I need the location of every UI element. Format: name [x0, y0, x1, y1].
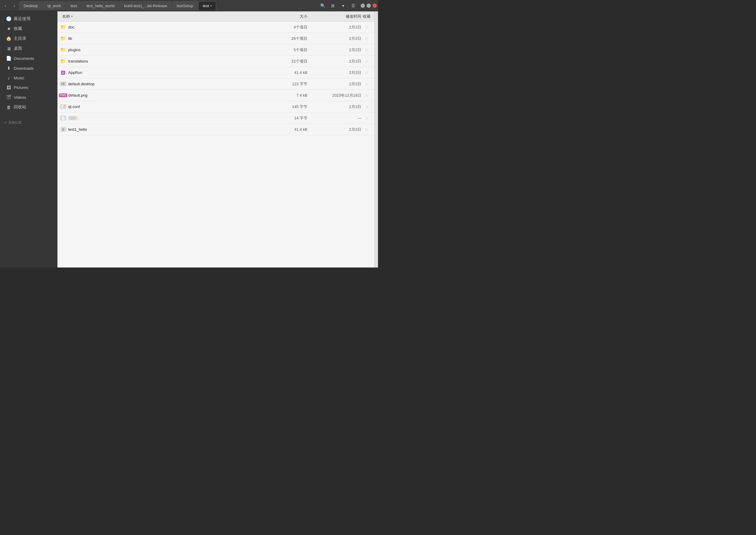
table-row[interactable]: 📄 14 字节 — ☆	[57, 113, 374, 124]
favorite-star[interactable]: ☆	[361, 36, 372, 41]
favorite-star[interactable]: ☆	[361, 93, 372, 98]
file-size: 145 字节	[269, 104, 308, 109]
file-size: 14 字节	[269, 116, 308, 121]
sidebar-item-favorites[interactable]: ★ 收藏	[2, 24, 55, 34]
favorite-star[interactable]: ☆	[361, 127, 372, 132]
tab-testsetup[interactable]: testSetup	[172, 1, 198, 10]
file-size: 22个项目	[269, 59, 308, 64]
file-name: AppRun	[68, 70, 269, 75]
table-row[interactable]: 📁 plugins 5个项目 2月2日 ☆	[57, 44, 374, 56]
file-date: 2月2日	[308, 70, 361, 75]
window-controls	[361, 4, 377, 8]
search-button[interactable]: 🔍	[318, 2, 327, 10]
sidebar-item-label: 回收站	[14, 104, 26, 110]
tab-test_hello_world[interactable]: test_hello_world	[82, 1, 119, 10]
sidebar-item-recent[interactable]: 🕐 最近使用	[2, 14, 55, 24]
tab-label: test_hello_world	[86, 4, 115, 8]
file-date: 2月2日	[308, 36, 361, 41]
sidebar-item-videos[interactable]: 🎬 Videos	[2, 93, 55, 102]
file-size: 5个项目	[269, 47, 308, 53]
desktop-file-icon: DE	[60, 81, 67, 87]
col-fav-header: 收藏	[361, 14, 372, 19]
binary-icon: ⚙	[60, 126, 67, 133]
favorite-star[interactable]: ☆	[361, 70, 372, 75]
table-row[interactable]: 📁 lib 26个项目 2月2日 ☆	[57, 33, 374, 44]
table-row[interactable]: PNG default.png 7.4 kB 2023年12月18日 ☆	[57, 90, 374, 101]
tab-test[interactable]: test	[66, 1, 81, 10]
favorite-star[interactable]: ☆	[361, 82, 372, 86]
table-row[interactable]: 📁 translations 22个项目 2月2日 ☆	[57, 56, 374, 67]
desktop-icon: 🖥	[6, 46, 12, 51]
table-row[interactable]: A AppRun 41.4 kB 2月2日 ☆	[57, 67, 374, 78]
favorite-star[interactable]: ☆	[361, 104, 372, 109]
tab-desktop[interactable]: Desktop	[19, 1, 42, 10]
favorite-star[interactable]: ☆	[361, 25, 372, 30]
sidebar-item-label: 主目录	[14, 36, 26, 41]
view-dropdown-button[interactable]: ▾	[338, 2, 347, 10]
videos-icon: 🎬	[6, 95, 12, 100]
folder-icon: 📁	[60, 35, 67, 42]
col-name-header[interactable]: 名称 ▾	[60, 14, 269, 19]
sidebar-item-trash[interactable]: 🗑 回收站	[2, 102, 55, 112]
file-size: 26个项目	[269, 36, 308, 41]
sidebar-item-label: Videos	[14, 95, 26, 99]
col-date-header[interactable]: 修改时间	[308, 14, 361, 19]
sidebar-item-home[interactable]: 🏠 主目录	[2, 34, 55, 43]
table-row[interactable]: 📝 qt.conf 145 字节 2月2日 ☆	[57, 101, 374, 113]
file-name	[68, 116, 269, 120]
table-row[interactable]: DE default.desktop 123 字节 2月2日 ☆	[57, 78, 374, 90]
sidebar-item-pictures[interactable]: 🖼 Pictures	[2, 83, 55, 92]
sidebar-item-desktop[interactable]: 🖥 桌面	[2, 44, 55, 53]
file-date: 2023年12月18日	[308, 93, 361, 98]
tab-label: testSetup	[177, 4, 193, 8]
downloads-icon: ⬇	[6, 66, 12, 71]
file-date: 2月2日	[308, 59, 361, 64]
file-date: 2月2日	[308, 104, 361, 109]
content-area: 名称 ▾ 大小 修改时间 收藏 📁 doc 4个项目 2月2日 ☆	[57, 12, 374, 268]
minimize-button[interactable]	[361, 4, 365, 8]
date-col-label: 修改时间	[346, 14, 361, 18]
favorite-star[interactable]: ☆	[361, 47, 372, 52]
conf-icon: 📝	[60, 103, 67, 110]
file-date: 2月2日	[308, 24, 361, 30]
tab-build-test1[interactable]: build-test1_...bit-Release	[120, 1, 172, 10]
maximize-button[interactable]	[366, 4, 371, 8]
tab-bar-actions: 🔍 ⊞ ▾ ☰	[318, 2, 358, 10]
view-toggle-button[interactable]: ⊞	[328, 2, 337, 10]
tab-label: test	[203, 4, 209, 8]
table-row[interactable]: 📁 doc 4个项目 2月2日 ☆	[57, 21, 374, 33]
star-icon: ★	[6, 26, 12, 31]
other-locations-header: + 其他位置	[0, 117, 57, 126]
grid-icon: ⊞	[331, 3, 335, 8]
sidebar-item-music[interactable]: ♪ Music	[2, 73, 55, 83]
table-row[interactable]: ⚙ test1_hello 41.4 kB 2月2日 ☆	[57, 124, 374, 135]
file-name: lib	[68, 36, 269, 41]
file-date: 2月2日	[308, 81, 361, 87]
tab-test-active[interactable]: test ▾	[198, 1, 216, 10]
favorite-star[interactable]: ☆	[361, 116, 372, 121]
forward-button[interactable]: ›	[10, 2, 18, 10]
file-size: 41.4 kB	[269, 70, 308, 75]
close-button[interactable]	[373, 4, 377, 8]
hidden-file-icon: 📄	[60, 115, 67, 122]
sidebar-item-documents[interactable]: 📄 Documents	[2, 54, 55, 63]
fav-col-label: 收藏	[363, 14, 370, 18]
vertical-scrollbar[interactable]	[374, 12, 378, 268]
tab-qt_work[interactable]: qt_work	[43, 1, 66, 10]
column-header: 名称 ▾ 大小 修改时间 收藏	[57, 12, 374, 21]
tab-dropdown-arrow[interactable]: ▾	[210, 4, 212, 8]
sidebar-item-downloads[interactable]: ⬇ Downloads	[2, 64, 55, 73]
sidebar: 🕐 最近使用 ★ 收藏 🏠 主目录 🖥 桌面 📄 Documents ⬇ Dow…	[0, 12, 57, 268]
file-name: plugins	[68, 47, 269, 52]
favorite-star[interactable]: ☆	[361, 59, 372, 64]
file-list: 📁 doc 4个项目 2月2日 ☆ 📁 lib 26个项目 2月2日 ☆ 📁 p…	[57, 21, 374, 268]
main-layout: 🕐 最近使用 ★ 收藏 🏠 主目录 🖥 桌面 📄 Documents ⬇ Dow…	[0, 12, 378, 268]
tab-label: Desktop	[24, 4, 38, 8]
back-button[interactable]: ‹	[1, 2, 10, 10]
sidebar-item-label: Pictures	[14, 85, 28, 90]
col-size-header[interactable]: 大小	[269, 14, 308, 19]
menu-button[interactable]: ☰	[349, 2, 358, 10]
sidebar-item-label: 桌面	[14, 46, 22, 51]
music-icon: ♪	[6, 75, 12, 80]
add-location-button[interactable]: +	[4, 120, 7, 125]
